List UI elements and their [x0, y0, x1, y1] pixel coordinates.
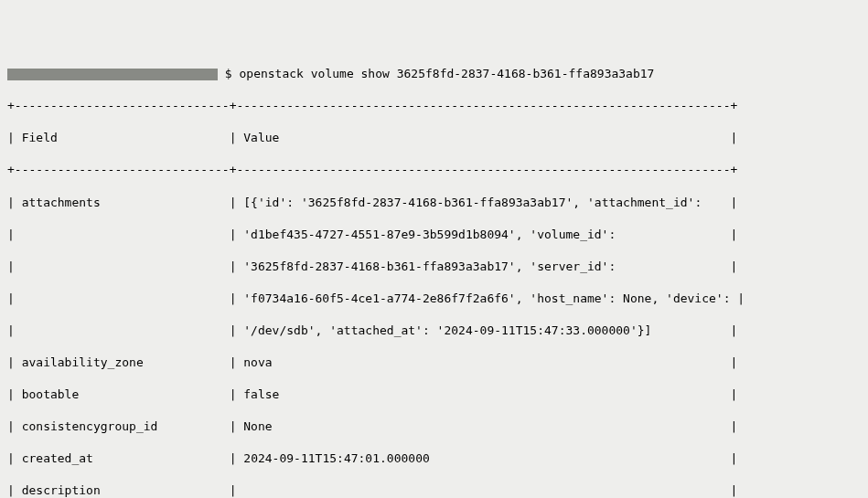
value-attachments-3: '3625f8fd-2837-4168-b361-ffa893a3ab17', … [243, 260, 616, 273]
table-row: | | 'd1bef435-4727-4551-87e9-3b599d1b809… [7, 227, 861, 243]
header-field: Field [22, 131, 58, 144]
field-cg: consistencygroup_id [22, 419, 158, 433]
table-row: | | '/dev/sdb', 'attached_at': '2024-09-… [7, 323, 861, 339]
value-attachments-5: '/dev/sdb', 'attached_at': '2024-09-11T1… [243, 323, 651, 337]
value-created: 2024-09-11T15:47:01.000000 [243, 451, 430, 465]
value-az: nova [243, 355, 272, 369]
table-row: | created_at | 2024-09-11T15:47:01.00000… [7, 450, 861, 467]
value-cg: None [243, 419, 272, 433]
table-border-top: +------------------------------+--------… [7, 98, 861, 114]
value-attachments-1: [{'id': '3625f8fd-2837-4168-b361-ffa893a… [243, 196, 702, 209]
field-attachments: attachments [22, 196, 101, 209]
value-attachments-4: 'f0734a16-60f5-4ce1-a774-2e86f7f2a6f6', … [243, 291, 730, 305]
table-row: | | 'f0734a16-60f5-4ce1-a774-2e86f7f2a6f… [7, 291, 861, 307]
redacted-host [7, 69, 218, 80]
prompt-symbol: $ [225, 67, 232, 80]
header-value: Value [243, 131, 279, 144]
field-bootable: bootable [22, 387, 80, 401]
field-desc: description [22, 483, 101, 497]
table-row: | bootable | false | [7, 387, 861, 403]
table-header-row: | Field | Value | [7, 130, 861, 146]
value-attachments-2: 'd1bef435-4727-4551-87e9-3b599d1b8094', … [243, 228, 616, 241]
table-row: | consistencygroup_id | None | [7, 419, 861, 435]
command-line[interactable]: $ openstack volume show 3625f8fd-2837-41… [7, 66, 861, 82]
field-created: created_at [22, 451, 93, 465]
field-az: availability_zone [22, 355, 144, 369]
table-row: | description | | [7, 482, 861, 498]
table-row: | attachments | [{'id': '3625f8fd-2837-4… [7, 195, 861, 211]
table-border-sep: +------------------------------+--------… [7, 162, 861, 178]
value-bootable: false [243, 387, 279, 401]
table-row: | | '3625f8fd-2837-4168-b361-ffa893a3ab1… [7, 259, 861, 275]
table-row: | availability_zone | nova | [7, 355, 861, 371]
command-text: openstack volume show 3625f8fd-2837-4168… [239, 67, 654, 80]
